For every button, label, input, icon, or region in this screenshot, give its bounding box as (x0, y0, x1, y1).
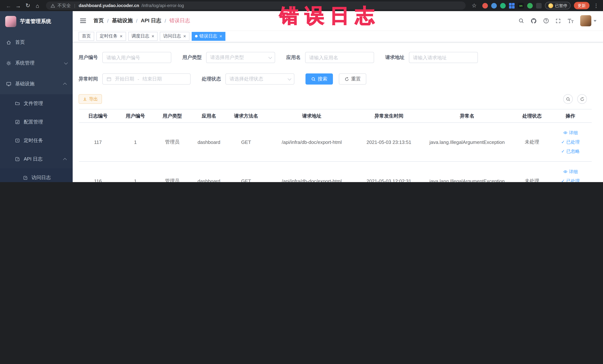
export-button-label: 导出 (89, 96, 98, 102)
sidebar-item-config-management[interactable]: 配置管理 (0, 113, 73, 131)
logo-title: 芋道管理系统 (20, 18, 51, 25)
tags-view: 首页 定时任务 × 调度日志 × 访问日志 × 错误日志 × (73, 30, 603, 42)
ignored-link[interactable]: ✓已忽略 (551, 147, 590, 156)
status-select[interactable]: 请选择处理状态 (225, 73, 294, 84)
sidebar-item-scheduled-tasks[interactable]: 定时任务 (0, 131, 73, 150)
fullscreen-icon[interactable] (555, 18, 561, 23)
home-icon (6, 39, 12, 45)
cell-exception: java.lang.IllegalArgumentException (419, 162, 515, 182)
detail-link[interactable]: 详细 (551, 167, 590, 176)
calendar-icon (106, 76, 112, 82)
extension-orange-circle[interactable] (482, 3, 488, 8)
search-icon (311, 77, 316, 82)
filter-label: 用户类型 (182, 54, 202, 61)
column-header-method: 请求方法名 (227, 109, 265, 123)
download-icon (83, 97, 87, 101)
date-separator: - (138, 76, 139, 82)
reset-button[interactable]: 重置 (339, 73, 366, 84)
sidebar-item-home[interactable]: 首页 (0, 32, 73, 53)
paused-badge[interactable]: 已暂停 (545, 2, 570, 9)
navbar-right (518, 15, 596, 26)
extension-blue-grid[interactable] (509, 3, 515, 8)
browser-forward-icon[interactable]: → (13, 1, 23, 10)
filter-status: 处理状态 请选择处理状态 (202, 73, 294, 84)
extension-green-circle[interactable] (500, 3, 506, 8)
sidebar-item-access-log[interactable]: 访问日志 (0, 168, 73, 182)
browser-home-icon[interactable]: ⌂ (33, 1, 42, 10)
monkey-emoji-icon (548, 3, 553, 8)
cell-exception: java.lang.IllegalArgumentException (419, 123, 515, 162)
search-button-label: 搜索 (318, 76, 327, 82)
address-bar[interactable]: 不安全 | dashboard.yudao.iocoder.cn /infra/… (46, 1, 466, 10)
breadcrumb-separator: / (107, 18, 109, 24)
error-log-table: 日志编号 用户编号 用户类型 应用名 请求方法名 请求地址 异常发生时间 异常名… (79, 109, 592, 182)
breadcrumb-home[interactable]: 首页 (93, 17, 104, 24)
user-type-select[interactable]: 请选择用户类型 (206, 52, 275, 63)
filter-label: 处理状态 (202, 76, 221, 82)
column-header-url: 请求地址 (265, 109, 358, 123)
request-url-input[interactable] (409, 52, 478, 63)
close-icon[interactable]: × (183, 34, 186, 39)
active-dot-icon (195, 35, 197, 37)
column-header-app: 应用名 (191, 109, 227, 123)
sidebar-item-label: 访问日志 (32, 174, 51, 181)
toggle-search-button[interactable] (563, 94, 573, 104)
breadcrumb-separator: / (165, 18, 166, 24)
update-button[interactable]: 更新 (574, 2, 590, 9)
logo[interactable]: 芋道管理系统 (0, 11, 73, 32)
tab-schedule-log[interactable]: 调度日志 × (128, 32, 158, 41)
check-icon: ✓ (561, 147, 565, 156)
close-icon[interactable]: × (120, 34, 123, 39)
search-icon[interactable] (518, 18, 524, 24)
hamburger-icon[interactable] (79, 17, 87, 24)
processed-link[interactable]: ✓已处理 (551, 137, 590, 147)
bookmark-star-icon[interactable]: ☆ (469, 1, 479, 10)
refresh-button[interactable] (577, 94, 587, 104)
edit-icon (15, 119, 20, 125)
screen: ← → ↻ ⌂ 不安全 | dashboard.yudao.iocoder.cn… (0, 0, 603, 182)
close-icon[interactable]: × (151, 34, 154, 39)
user-menu[interactable] (580, 15, 596, 26)
breadcrumb-infrastructure[interactable]: 基础设施 (112, 17, 133, 24)
export-button[interactable]: 导出 (79, 94, 102, 104)
tab-access-log[interactable]: 访问日志 × (160, 32, 189, 41)
chevron-up-icon (63, 82, 67, 86)
close-icon[interactable]: × (220, 34, 222, 39)
tab-scheduled-tasks[interactable]: 定时任务 × (96, 32, 126, 41)
cell-method: GET (227, 123, 265, 162)
sidebar-item-file-management[interactable]: 文件管理 (0, 94, 73, 113)
security-label: 不安全 (58, 2, 71, 9)
filter-user-id: 用户编号 (79, 52, 171, 63)
extension-dark-paw[interactable] (536, 3, 542, 8)
browser-reload-icon[interactable]: ↻ (23, 1, 33, 10)
breadcrumb-api-logs[interactable]: API 日志 (141, 17, 161, 24)
folder-icon (15, 101, 20, 106)
browser-back-icon[interactable]: ← (4, 1, 13, 10)
filter-row-2: 异常时间 开始日期 - 结束日期 处理状态 请选择处理状态 (79, 73, 597, 84)
github-icon[interactable] (531, 18, 537, 24)
date-range-picker[interactable]: 开始日期 - 结束日期 (102, 73, 191, 84)
sidebar-item-api-logs[interactable]: API 日志 (0, 150, 73, 168)
detail-link[interactable]: 详细 (551, 128, 590, 137)
cell-user-id: 1 (117, 162, 154, 182)
sidebar-item-infrastructure[interactable]: 基础设施 (0, 73, 73, 94)
question-icon[interactable] (543, 18, 549, 24)
reset-button-label: 重置 (351, 76, 361, 82)
extension-blue-drop[interactable] (491, 3, 497, 8)
sidebar-item-system[interactable]: 系统管理 (0, 53, 73, 73)
table-toolbar: 导出 (79, 94, 597, 104)
extension-on-badge[interactable]: on (518, 3, 524, 8)
search-button[interactable]: 搜索 (305, 73, 333, 84)
filter-app-name: 应用名 (286, 52, 374, 63)
browser-menu-icon[interactable]: ⋮ (593, 3, 600, 9)
avatar (580, 15, 591, 26)
font-size-icon[interactable] (567, 18, 574, 23)
app-name-input[interactable] (305, 52, 374, 63)
processed-link[interactable]: ✓已处理 (551, 176, 590, 182)
extension-green-leaf[interactable] (527, 3, 533, 8)
chevron-down-icon (268, 55, 272, 59)
tab-home[interactable]: 首页 (79, 32, 94, 41)
user-id-input[interactable] (102, 52, 171, 63)
tab-error-log[interactable]: 错误日志 × (192, 32, 226, 41)
monitor-icon (6, 81, 12, 87)
